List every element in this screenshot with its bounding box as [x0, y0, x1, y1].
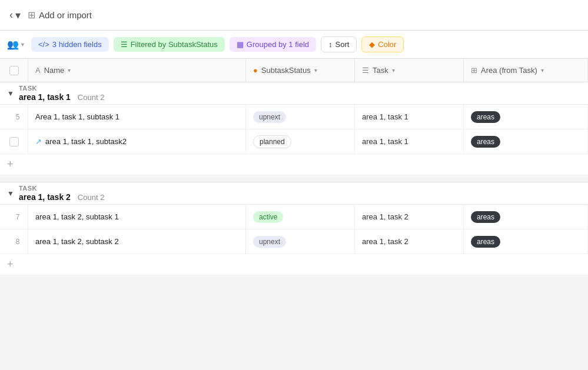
- group-title-1: area 1, task 2: [19, 192, 71, 202]
- table-row[interactable]: 8 area 1, task 2, subtask 2 upnext area …: [0, 229, 588, 254]
- row-checkbox-1-0[interactable]: 7: [0, 205, 28, 229]
- hidden-fields-button[interactable]: </> 3 hidden fields: [31, 37, 109, 52]
- section-gap: [0, 175, 588, 182]
- chevron-left-icon: ‹: [9, 9, 13, 21]
- row-checkbox-0-1[interactable]: [0, 129, 28, 154]
- subtask-col-chevron[interactable]: ▾: [314, 67, 317, 74]
- checkbox[interactable]: [9, 66, 19, 75]
- group-count-1: Count 2: [78, 193, 105, 202]
- task-col-icon: ☰: [362, 66, 369, 75]
- row-name-text: area 1, task 2, subtask 2: [35, 237, 119, 246]
- row-name-0-0: Area 1, task 1, subtask 1: [28, 105, 246, 129]
- header-area: ⊞ Area (from Task) ▾: [464, 59, 588, 82]
- group-task-label-1: TASK: [19, 185, 581, 192]
- status-badge: upnext: [253, 236, 286, 248]
- nav-icon[interactable]: ‹ ▾: [9, 9, 21, 22]
- dropdown-icon: ▾: [15, 9, 21, 22]
- filter-icon: ☰: [121, 40, 128, 49]
- area-badge: areas: [471, 136, 500, 148]
- color-icon: ◆: [369, 40, 375, 49]
- header-task: ☰ Task ▾: [355, 59, 464, 82]
- header-checkbox[interactable]: [0, 59, 28, 82]
- row-task-text: area 1, task 1: [362, 137, 408, 146]
- row-status-1-1: upnext: [246, 229, 355, 254]
- add-row-icon: +: [7, 158, 14, 171]
- top-bar: ‹ ▾ ⊞ Add or import: [0, 0, 588, 31]
- group-task-label-0: TASK: [19, 85, 581, 92]
- add-row-1[interactable]: +: [0, 254, 588, 275]
- row-num: 8: [8, 238, 20, 246]
- row-status-0-0: upnext: [246, 105, 355, 129]
- add-or-import-label: Add or import: [39, 10, 92, 20]
- filter-bar: 👥 ▾ </> 3 hidden fields ☰ Filtered by Su…: [0, 31, 588, 59]
- task-col-label: Task: [373, 66, 388, 75]
- area-badge: areas: [471, 236, 500, 248]
- name-col-label: Name: [44, 66, 65, 75]
- group-icon: ▦: [237, 40, 244, 49]
- row-name-text: Area 1, task 1, subtask 1: [35, 112, 119, 121]
- add-row-icon: +: [7, 258, 14, 271]
- area-col-icon: ⊞: [471, 66, 477, 75]
- task-col-chevron[interactable]: ▾: [392, 67, 395, 74]
- color-button[interactable]: ◆ Color: [361, 36, 404, 52]
- filter-button[interactable]: ☰ Filtered by SubtaskStatus: [114, 37, 225, 52]
- color-label: Color: [378, 40, 396, 49]
- group-title-0: area 1, task 1: [19, 92, 71, 102]
- group-chevron-0[interactable]: ▼: [7, 89, 14, 98]
- group-label: Grouped by 1 field: [247, 40, 309, 49]
- hidden-fields-label: 3 hidden fields: [52, 40, 102, 49]
- header-name: A Name ▾: [28, 59, 246, 82]
- group-button[interactable]: ▦ Grouped by 1 field: [230, 37, 316, 52]
- area-col-chevron[interactable]: ▾: [541, 67, 544, 74]
- code-icon: </>: [38, 40, 49, 49]
- table-row[interactable]: ↗ area 1, task 1, subtask2 planned area …: [0, 129, 588, 154]
- groups-container: ▼ TASK area 1, task 1 Count 2 5 Area 1, …: [0, 82, 588, 275]
- area-badge: areas: [471, 211, 500, 223]
- row-task-1-1: area 1, task 2: [355, 229, 464, 254]
- group-header-1: ▼ TASK area 1, task 2 Count 2: [0, 182, 588, 205]
- group-header-0: ▼ TASK area 1, task 1 Count 2: [0, 82, 588, 105]
- table-header: A Name ▾ ● SubtaskStatus ▾ ☰ Task ▾ ⊞ Ar…: [0, 59, 588, 82]
- row-area-1-0: areas: [464, 205, 588, 229]
- row-task-0-0: area 1, task 1: [355, 105, 464, 129]
- sort-label: Sort: [335, 40, 350, 49]
- checkbox[interactable]: [9, 137, 19, 146]
- row-task-text: area 1, task 1: [362, 112, 408, 121]
- users-icon: 👥: [7, 39, 19, 50]
- row-name-text: area 1, task 2, subtask 1: [35, 212, 119, 221]
- row-task-text: area 1, task 2: [362, 212, 408, 221]
- add-or-import-button[interactable]: ⊞ Add or import: [28, 9, 92, 21]
- table-row[interactable]: 5 Area 1, task 1, subtask 1 upnext area …: [0, 105, 588, 129]
- status-badge: active: [253, 211, 283, 223]
- row-name-1-0: area 1, task 2, subtask 1: [28, 205, 246, 229]
- sort-icon: ↕: [328, 40, 333, 49]
- row-task-1-0: area 1, task 2: [355, 205, 464, 229]
- status-badge: upnext: [253, 111, 286, 123]
- row-area-0-0: areas: [464, 105, 588, 129]
- table-row[interactable]: 7 area 1, task 2, subtask 1 active area …: [0, 205, 588, 229]
- status-badge: planned: [253, 135, 291, 148]
- area-badge: areas: [471, 111, 500, 123]
- area-col-label: Area (from Task): [481, 66, 537, 75]
- row-area-1-1: areas: [464, 229, 588, 254]
- name-col-chevron[interactable]: ▾: [68, 67, 71, 74]
- filter-label: Filtered by SubtaskStatus: [131, 40, 218, 49]
- header-subtaskstatus: ● SubtaskStatus ▾: [246, 59, 355, 82]
- row-area-0-1: areas: [464, 129, 588, 154]
- row-num: 5: [8, 113, 20, 121]
- sort-button[interactable]: ↕ Sort: [321, 36, 357, 52]
- row-name-0-1: ↗ area 1, task 1, subtask2: [28, 129, 246, 154]
- plus-icon: ⊞: [28, 9, 35, 21]
- row-name-text: area 1, task 1, subtask2: [45, 137, 127, 146]
- subtask-col-icon: ●: [253, 66, 258, 75]
- subtask-col-label: SubtaskStatus: [261, 66, 311, 75]
- users-filter[interactable]: 👥 ▾: [7, 39, 24, 50]
- row-status-1-0: active: [246, 205, 355, 229]
- row-checkbox-1-1[interactable]: 8: [0, 229, 28, 254]
- group-chevron-1[interactable]: ▼: [7, 189, 14, 198]
- row-num: 7: [8, 213, 20, 221]
- row-task-text: area 1, task 2: [362, 237, 408, 246]
- row-status-0-1: planned: [246, 129, 355, 154]
- row-checkbox-0-0[interactable]: 5: [0, 105, 28, 129]
- add-row-0[interactable]: +: [0, 154, 588, 175]
